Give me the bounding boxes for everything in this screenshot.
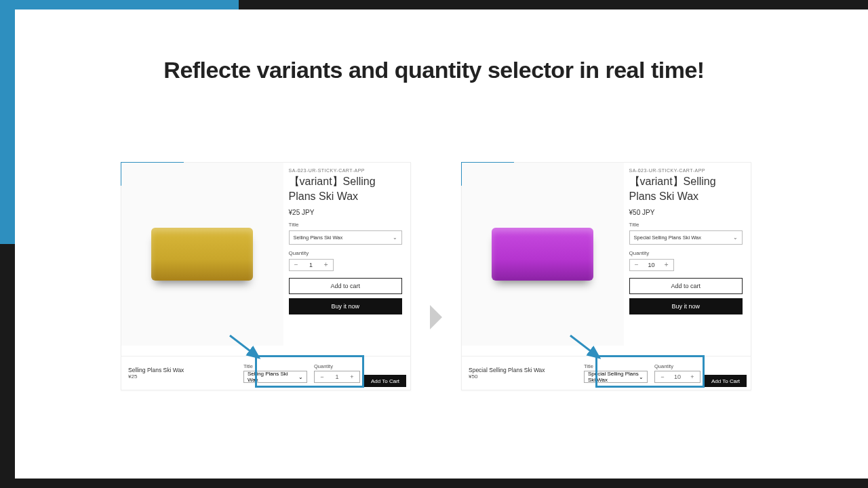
comparison-arrow [426,243,446,390]
sticky-add-to-cart-button[interactable]: Add To Cart [705,375,747,387]
qty-value: 10 [670,371,685,382]
content-card: Reflecte variants and quantity selector … [15,9,853,479]
add-to-cart-button[interactable]: Add to cart [289,278,402,294]
quantity-stepper[interactable]: − 1 + [289,259,334,271]
qty-minus[interactable]: − [290,260,303,270]
sticky-product-info: Special Selling Plans Ski Wax ¥50 [469,367,580,380]
variant-label: Title [289,222,402,228]
qty-plus[interactable]: + [685,371,700,382]
wax-icon [492,228,593,281]
sticky-variant-field: Title Selling Plans Ski Wax ⌄ [243,363,307,383]
sticky-variant-field: Title Special Selling Plans Ski Wax ⌄ [584,363,648,383]
sticky-qty-stepper[interactable]: − 1 + [314,371,360,383]
sticky-price: ¥50 [469,373,580,380]
variant-value: Special Selling Plans Ski Wax [634,235,701,241]
slide-stage: Reflecte variants and quantity selector … [0,0,868,488]
qty-value: 1 [330,371,344,382]
page-title: Reflecte variants and quantity selector … [15,57,853,83]
product-area: SA-023-UR-STICKY-CART-APP 【variant】Selli… [121,163,410,346]
product-title: 【variant】Selling Plans Ski Wax [629,174,743,203]
panel-after: After SA-023-UR-STICKY-CART-APP 【variant… [461,162,751,390]
sticky-qty-stepper[interactable]: − 10 + [654,371,701,383]
product-area: SA-023-UR-STICKY-CART-APP 【variant】Selli… [462,163,751,346]
sticky-qty-label: Quantity [654,363,701,369]
chevron-down-icon: ⌄ [393,235,397,241]
variant-label: Title [629,222,743,228]
qty-minus[interactable]: − [630,260,644,270]
sticky-title: Special Selling Plans Ski Wax [469,367,580,373]
chevron-down-icon: ⌄ [298,374,303,380]
variant-select[interactable]: Selling Plans Ski Wax ⌄ [289,230,402,245]
sticky-variant-select[interactable]: Selling Plans Ski Wax ⌄ [243,371,307,383]
panel-before: Before SA-023-UR-STICKY-CART-APP 【varian… [121,162,411,390]
qty-plus[interactable]: + [344,371,359,382]
sticky-qty-label: Quantity [314,363,360,369]
sticky-price: ¥25 [128,373,239,380]
product-sku: SA-023-UR-STICKY-CART-APP [629,168,743,173]
product-image [462,163,624,346]
sticky-add-to-cart-button[interactable]: Add To Cart [364,375,406,387]
product-sku: SA-023-UR-STICKY-CART-APP [289,168,402,173]
quantity-label: Quantity [629,250,743,256]
qty-minus[interactable]: − [315,371,330,382]
qty-plus[interactable]: + [660,260,673,270]
sticky-title: Selling Plans Ski Wax [128,367,239,373]
chevron-right-icon [430,305,442,329]
sticky-variant-value: Special Selling Plans Ski Wax [588,371,639,383]
sticky-product-info: Selling Plans Ski Wax ¥25 [128,367,239,380]
sticky-qty-field: Quantity − 10 + [654,363,701,383]
qty-value: 1 [303,260,319,270]
sticky-variant-select[interactable]: Special Selling Plans Ski Wax ⌄ [584,371,648,383]
buy-now-button[interactable]: Buy it now [629,298,743,314]
sticky-controls: Title Special Selling Plans Ski Wax ⌄ Qu… [580,361,705,386]
variant-select[interactable]: Special Selling Plans Ski Wax ⌄ [629,230,743,245]
quantity-label: Quantity [289,250,402,256]
qty-plus[interactable]: + [319,260,333,270]
product-title: 【variant】Selling Plans Ski Wax [289,174,402,203]
chevron-down-icon: ⌄ [733,235,738,241]
sticky-controls: Title Selling Plans Ski Wax ⌄ Quantity −… [239,361,364,386]
variant-value: Selling Plans Ski Wax [294,235,343,241]
sticky-cart-bar: Selling Plans Ski Wax ¥25 Title Selling … [121,356,410,390]
sticky-variant-label: Title [584,363,648,369]
product-image [121,163,283,346]
bg-dark-top [239,0,868,9]
add-to-cart-button[interactable]: Add to cart [629,278,743,294]
buy-now-button[interactable]: Buy it now [289,298,402,314]
qty-value: 10 [644,260,660,270]
qty-minus[interactable]: − [655,371,670,382]
sticky-variant-value: Selling Plans Ski Wax [248,371,298,383]
product-details: SA-023-UR-STICKY-CART-APP 【variant】Selli… [624,163,751,346]
product-price: ¥50 JPY [629,209,743,216]
sticky-cart-bar: Special Selling Plans Ski Wax ¥50 Title … [462,356,751,390]
bg-dark-bottom [0,479,868,488]
sticky-variant-label: Title [243,363,307,369]
product-details: SA-023-UR-STICKY-CART-APP 【variant】Selli… [283,163,410,346]
wax-icon [151,228,253,281]
chevron-down-icon: ⌄ [639,374,644,380]
comparison-panels: Before SA-023-UR-STICKY-CART-APP 【varian… [121,162,751,390]
quantity-stepper[interactable]: − 10 + [629,259,674,271]
product-price: ¥25 JPY [289,209,402,216]
sticky-qty-field: Quantity − 1 + [314,363,360,383]
